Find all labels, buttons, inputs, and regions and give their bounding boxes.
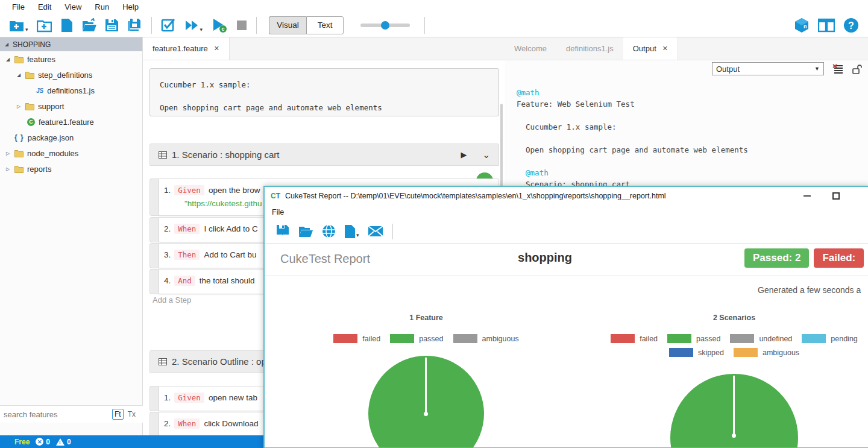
step-drag-handle[interactable]	[149, 269, 159, 294]
tree-item-definitions1-js[interactable]: JS definitions1.js	[0, 83, 142, 98]
save-report-icon[interactable]	[276, 224, 290, 238]
search-input[interactable]	[4, 410, 110, 419]
json-file-icon: { }	[14, 133, 24, 142]
tree-collapsed-icon[interactable]: ▷	[16, 104, 22, 109]
stop-icon[interactable]	[236, 20, 247, 31]
new-file-icon[interactable]	[60, 18, 73, 33]
svg-text:n: n	[804, 24, 807, 30]
menu-help[interactable]: Help	[116, 1, 145, 13]
save-icon[interactable]	[105, 18, 119, 33]
text-mode-button[interactable]: Text	[306, 16, 344, 34]
project-root-header[interactable]: ◢ SHOPPING	[0, 37, 142, 51]
report-titlebar[interactable]: CT CukeTest Report -- D:\temp\01\EVE\cut…	[265, 187, 868, 205]
scenarios-chart: 2 Scenarios failed passed undefined pend…	[565, 314, 868, 362]
console-line: Open shopping cart page and automate web…	[517, 144, 868, 156]
unlock-icon[interactable]	[852, 64, 862, 74]
close-icon[interactable]: ✕	[662, 45, 668, 52]
layout-panels-icon[interactable]	[818, 18, 835, 33]
scenario1-header[interactable]: 1. Scenario : shopping cart ▶ ⌄	[149, 144, 499, 166]
scenario-icon	[159, 358, 167, 365]
minimize-icon[interactable]	[804, 195, 811, 197]
tab-output[interactable]: Output ✕	[623, 37, 678, 60]
report-menu-file[interactable]: File	[272, 208, 284, 216]
maximize-icon[interactable]	[832, 192, 840, 200]
add-folder-icon[interactable]	[37, 18, 52, 33]
tab-label: Welcome	[514, 44, 547, 53]
tree-item-support[interactable]: ▷ support	[0, 98, 142, 114]
error-counter[interactable]: ✕ 0	[36, 438, 50, 446]
zoom-slider[interactable]	[360, 24, 410, 27]
save-all-icon[interactable]	[127, 18, 142, 33]
run-all-icon[interactable]: ▾	[184, 18, 203, 33]
play-icon[interactable]: ▶	[461, 150, 467, 159]
tree-item-reports[interactable]: ▷ reports	[0, 161, 142, 177]
view-mode-toggle: Visual Text	[269, 16, 344, 34]
close-icon[interactable]: ✕	[214, 45, 219, 52]
menu-file[interactable]: File	[6, 1, 31, 13]
new-project-icon[interactable]: ▾	[9, 18, 28, 33]
open-in-browser-icon[interactable]	[322, 224, 336, 238]
editor-tabstrip: feature1.feature ✕	[143, 37, 505, 60]
tab-welcome[interactable]: Welcome	[505, 37, 556, 60]
tree-expanded-icon[interactable]: ◢	[16, 72, 22, 78]
step-drag-handle[interactable]	[149, 412, 159, 437]
error-icon: ✕	[36, 438, 43, 446]
chart-title: 2 Scenarios	[565, 314, 868, 322]
output-channel-select[interactable]: Output ▼	[712, 62, 824, 75]
menu-run[interactable]: Run	[89, 1, 115, 13]
output-console[interactable]: @math Feature: Web Selenium Test Cucumbe…	[505, 77, 868, 190]
step-number: 2.	[164, 224, 171, 233]
tree-item-step-definitions[interactable]: ◢ step_definitions	[0, 67, 142, 83]
chevron-down-icon[interactable]: ⌄	[482, 150, 490, 160]
description-line: Open shopping cart page and automate web…	[160, 102, 489, 113]
step-drag-handle[interactable]	[149, 217, 159, 242]
toolbar-separator	[392, 224, 393, 239]
editor-scrollbar[interactable]	[500, 104, 503, 194]
right-tabstrip: Welcome definitions1.js Output ✕	[505, 37, 868, 60]
tree-item-features[interactable]: ◢ features	[0, 51, 142, 67]
export-report-icon[interactable]: ▾	[344, 224, 359, 238]
passed-badge: Passed: 2	[744, 248, 809, 268]
slider-thumb[interactable]	[381, 21, 389, 30]
open-file-icon[interactable]	[81, 18, 96, 33]
tree-collapsed-icon[interactable]: ▷	[5, 151, 11, 156]
tree-collapsed-icon[interactable]: ▷	[5, 166, 11, 172]
feature-file-icon: C	[27, 118, 35, 126]
search-ft-toggle[interactable]: Ft	[112, 409, 124, 420]
search-tx-toggle[interactable]: Tx	[126, 409, 137, 419]
console-line	[517, 156, 868, 167]
tree-item-feature1-feature[interactable]: C feature1.feature	[0, 114, 142, 130]
menu-edit[interactable]: Edit	[32, 1, 57, 13]
chart-legend: failed passed undefined pending	[565, 334, 868, 343]
run-current-icon[interactable]: c	[211, 17, 228, 33]
check-syntax-icon[interactable]	[161, 18, 175, 33]
console-line: @math	[517, 87, 868, 98]
tree-item-label: package.json	[28, 133, 74, 142]
step-drag-handle[interactable]	[149, 243, 159, 268]
tree-item-node-modules[interactable]: ▷ node_modules	[0, 145, 142, 161]
toolbar-separator	[424, 17, 425, 34]
package-cube-icon[interactable]: n	[794, 17, 810, 33]
tab-label: definitions1.js	[566, 44, 614, 53]
visual-mode-button[interactable]: Visual	[269, 16, 306, 34]
menu-view[interactable]: View	[58, 1, 87, 13]
tree-expanded-icon[interactable]: ◢	[4, 42, 10, 47]
tree-item-package-json[interactable]: { } package.json	[0, 130, 142, 145]
feature-description[interactable]: Cucumber 1.x sample: Open shopping cart …	[149, 68, 499, 116]
add-step-button[interactable]: Add a Step	[153, 295, 191, 304]
tab-definitions1-js[interactable]: definitions1.js	[556, 37, 623, 60]
chart-legend: skipped ambiguous	[565, 348, 868, 357]
tab-feature1-feature[interactable]: feature1.feature ✕	[143, 37, 230, 60]
open-report-icon[interactable]	[298, 225, 313, 238]
step-drag-handle[interactable]	[149, 178, 159, 216]
step-drag-handle[interactable]	[149, 386, 159, 411]
step-keyword: Then	[174, 250, 200, 260]
warning-counter[interactable]: 0	[56, 438, 71, 446]
chart-legend: failed passed ambiguous	[306, 334, 547, 343]
send-email-icon[interactable]	[368, 226, 383, 237]
tree-expanded-icon[interactable]: ◢	[5, 57, 11, 62]
pie-slice-line	[733, 376, 735, 436]
help-icon[interactable]: ?	[843, 17, 859, 33]
legend-swatch	[453, 334, 477, 343]
clear-output-icon[interactable]	[832, 64, 843, 74]
